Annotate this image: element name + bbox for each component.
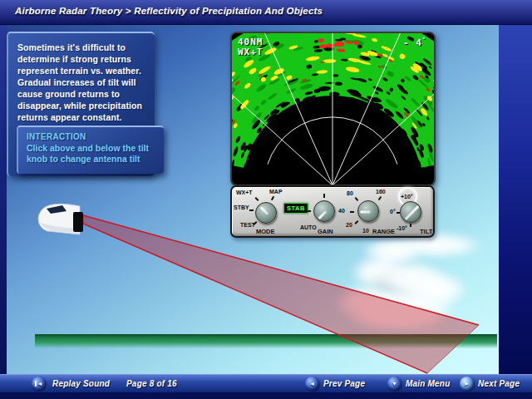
mode-knob[interactable] [255, 202, 277, 224]
gain-label-auto[interactable]: AUTO [300, 224, 317, 230]
next-page-label[interactable]: Next Page [478, 379, 520, 388]
tilt-label-plus10[interactable]: +10° [401, 194, 413, 200]
range-knob-pointer [360, 211, 370, 214]
mode-label-map[interactable]: MAP [269, 189, 283, 195]
tilt-knob[interactable] [400, 201, 421, 223]
chevron-down-icon: ▼ [392, 381, 397, 387]
tilt-label-minus10[interactable]: -10° [397, 225, 407, 231]
interaction-instructions: Click above and below the tilt knob to c… [27, 143, 161, 165]
stab-indicator: STAB [283, 203, 308, 214]
page-title: Airborne Radar Theory > Reflectivity of … [15, 6, 323, 16]
degree-symbol: ° [422, 37, 426, 43]
range-label-160[interactable]: 160 [376, 189, 386, 195]
lesson-text: Sometimes it's difficult to determine if… [17, 42, 147, 123]
tilt-label-zero[interactable]: 0° [390, 209, 396, 214]
radar-control-panel: WX+T MAP STBY TEST MODE STAB AUTO GAIN 8… [230, 185, 435, 238]
prev-page-label[interactable]: Prev Page [323, 379, 365, 388]
main-menu-button[interactable]: ▼ [387, 377, 401, 391]
mode-label-stby[interactable]: STBY [234, 204, 249, 210]
skip-back-icon [35, 381, 37, 387]
radar-antenna [73, 212, 83, 232]
aircraft-nose-illustration [37, 201, 86, 238]
replay-sound-label[interactable]: Replay Sound [52, 379, 110, 388]
range-label-20[interactable]: 20 [346, 222, 352, 228]
title-bar: Airborne Radar Theory > Reflectivity of … [0, 0, 532, 25]
navigation-bar: ◄ Replay Sound Page 8 of 16 ◄ Prev Page … [0, 374, 532, 392]
next-page-button[interactable]: ► [460, 377, 474, 391]
radar-tilt-readout: - 4° [403, 37, 426, 48]
prev-page-button[interactable]: ◄ [305, 377, 319, 391]
interaction-heading: INTERACTION [27, 132, 86, 141]
ground-terrain-bar [35, 334, 497, 348]
tilt-caption: TILT [420, 228, 432, 235]
right-border-band [499, 25, 532, 374]
mode-caption: MODE [256, 228, 275, 235]
range-label-10[interactable]: 10 [362, 228, 369, 234]
radar-mode-readout: WX+T [238, 47, 264, 57]
tilt-knob-pointer [404, 205, 419, 220]
interaction-panel: INTERACTION Click above and below the ti… [17, 126, 164, 174]
main-menu-label[interactable]: Main Menu [406, 379, 450, 388]
mode-knob-pointer [259, 206, 268, 215]
chevron-right-icon: ► [464, 381, 470, 387]
radar-display: 40NM WX+T - 4° [230, 32, 436, 186]
range-label-40[interactable]: 40 [338, 208, 345, 214]
replay-sound-button[interactable]: ◄ [32, 377, 46, 391]
range-caption: RANGE [372, 228, 395, 235]
mode-label-wxt[interactable]: WX+T [236, 190, 253, 195]
range-knob[interactable] [357, 200, 379, 222]
gain-knob[interactable] [313, 200, 335, 222]
storm-cloud-illustration [318, 227, 489, 333]
range-label-80[interactable]: 80 [347, 190, 353, 196]
page-indicator: Page 8 of 16 [126, 379, 177, 388]
gain-knob-pointer [318, 210, 327, 219]
gain-caption: GAIN [318, 228, 333, 235]
chevron-left-icon: ◄ [309, 381, 315, 387]
